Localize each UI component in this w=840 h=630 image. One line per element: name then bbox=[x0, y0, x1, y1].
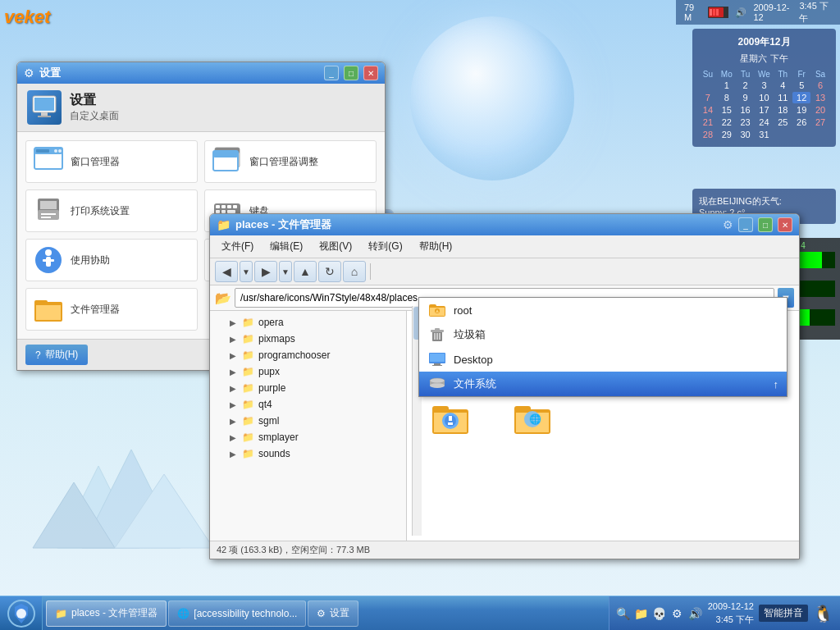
tray-icon-3[interactable]: 💀 bbox=[652, 606, 667, 621]
fm-dropdown-root[interactable]: root bbox=[419, 298, 787, 322]
fm-sidebar-item-qt4[interactable]: ▶ 📁 qt4 bbox=[210, 396, 406, 413]
cal-day: 30 bbox=[737, 129, 755, 140]
settings-item-wm[interactable]: 窗口管理器 bbox=[25, 140, 198, 183]
fm-sidebar-item-smplayer[interactable]: ▶ 📁 smplayer bbox=[210, 429, 406, 445]
fm-dropdown-trash[interactable]: 垃圾箱 bbox=[419, 322, 787, 347]
fm-menu-help[interactable]: 帮助(H) bbox=[413, 237, 459, 256]
close-button[interactable]: ✕ bbox=[363, 66, 378, 80]
fm-sidebar-item-pupx[interactable]: ▶ 📁 pupx bbox=[210, 363, 406, 380]
taskbar-settings-icon: ⚙ bbox=[317, 608, 326, 619]
svg-rect-11 bbox=[41, 112, 48, 116]
cal-header-fr: Fr bbox=[792, 70, 810, 79]
taskbar-tasks: 📁 places - 文件管理器 🌐 [accessibility techno… bbox=[43, 596, 609, 630]
time-display: 3:45 下午 bbox=[799, 0, 832, 25]
tray-icon-2[interactable]: 📁 bbox=[634, 606, 649, 621]
cal-day: 25 bbox=[774, 116, 792, 128]
cal-day: 26 bbox=[792, 116, 810, 128]
settings-item-assist[interactable]: 使用协助 bbox=[25, 239, 198, 281]
fm-sidebar-item-purple[interactable]: ▶ 📁 purple bbox=[210, 380, 406, 396]
cal-day: 21 bbox=[699, 116, 717, 128]
fm-window-icon: 📁 bbox=[217, 218, 231, 231]
cal-header-th: Th bbox=[774, 70, 792, 79]
fm-arrow-icon: ▶ bbox=[230, 318, 236, 327]
fm-folder-icon: 📁 bbox=[242, 448, 254, 459]
fm-file-item-5[interactable] bbox=[413, 395, 487, 444]
fm-sidebar-item-sounds[interactable]: ▶ 📁 sounds bbox=[210, 445, 406, 462]
calendar-widget: 2009年12月 星期六 下午 Su Mo Tu We Th Fr Sa 1 2… bbox=[692, 29, 836, 147]
taskbar-task-filemanager[interactable]: 📁 places - 文件管理器 bbox=[46, 600, 167, 627]
tray-icon-1[interactable]: 🔍 bbox=[616, 606, 631, 621]
svg-rect-29 bbox=[221, 205, 226, 208]
fm-toolbar-sep bbox=[370, 263, 371, 280]
fm-folder-icon: 📁 bbox=[242, 399, 254, 410]
taskbar-task-settings[interactable]: ⚙ 设置 bbox=[308, 600, 358, 627]
taskbar-settings-label: 设置 bbox=[330, 606, 349, 620]
fm-sidebar-item-programchooser[interactable]: ▶ 📁 programchooser bbox=[210, 347, 406, 363]
taskbar-start-button[interactable] bbox=[0, 596, 43, 631]
fm-maximize-button[interactable]: □ bbox=[758, 217, 773, 232]
fm-sidebar-item-opera[interactable]: ▶ 📁 opera bbox=[210, 314, 406, 331]
settings-item-print[interactable]: 打印系统设置 bbox=[25, 189, 198, 232]
fm-sidebar-purple-label: purple bbox=[258, 382, 285, 394]
fm-sidebar-item-sgml[interactable]: ▶ 📁 sgml bbox=[210, 413, 406, 429]
cal-day: 29 bbox=[718, 129, 736, 140]
fm-back-dropdown-button[interactable]: ▼ bbox=[240, 261, 253, 282]
svg-rect-97 bbox=[432, 365, 442, 366]
fm-folder-icon: 📁 bbox=[242, 431, 254, 443]
fm-sidebar-smplayer-label: smplayer bbox=[258, 431, 299, 443]
fm-folder-icon: 📁 bbox=[242, 333, 254, 345]
maximize-button[interactable]: □ bbox=[344, 66, 358, 80]
calendar-title: 2009年12月 bbox=[699, 35, 829, 49]
fm-arrow-icon: ▶ bbox=[230, 384, 236, 393]
fm-sidebar-item-pixmaps[interactable]: ▶ 📁 pixmaps bbox=[210, 331, 406, 347]
tray-icon-5[interactable]: 🔊 bbox=[688, 606, 703, 621]
svg-rect-30 bbox=[227, 205, 231, 208]
svg-point-100 bbox=[430, 383, 445, 388]
fm-menu-view[interactable]: 视图(V) bbox=[313, 237, 358, 256]
fm-forward-dropdown-button[interactable]: ▼ bbox=[279, 261, 292, 282]
fm-dropdown-filesystem[interactable]: 文件系统 ↑ bbox=[419, 372, 787, 396]
taskbar-task-browser[interactable]: 🌐 [accessibility technolo... bbox=[168, 600, 306, 627]
fm-minimize-button[interactable]: _ bbox=[738, 217, 753, 232]
cal-header-su: Su bbox=[699, 70, 717, 79]
settings-item-wm-adj-icon bbox=[212, 146, 243, 177]
help-button[interactable]: ? 帮助(H) bbox=[25, 345, 88, 365]
svg-rect-12 bbox=[38, 116, 51, 117]
cal-day: 17 bbox=[756, 104, 774, 116]
fm-file-item-6[interactable]: 🌐 bbox=[495, 395, 569, 444]
fm-home-button[interactable]: ⌂ bbox=[343, 261, 366, 282]
svg-rect-79 bbox=[514, 406, 531, 413]
fm-menu-goto[interactable]: 转到(G) bbox=[362, 237, 409, 256]
taskbar-ime[interactable]: 智能拼音 bbox=[759, 605, 808, 622]
cal-header-tu: Tu bbox=[737, 70, 755, 79]
svg-rect-31 bbox=[233, 205, 237, 208]
svg-rect-28 bbox=[216, 205, 220, 208]
fm-sidebar: ▶ 📁 opera ▶ 📁 pixmaps ▶ 📁 programchooser… bbox=[210, 311, 407, 541]
svg-rect-26 bbox=[41, 217, 51, 218]
memory-display: 79 M bbox=[684, 2, 701, 22]
taskbar-fm-icon: 📁 bbox=[55, 608, 67, 619]
cal-day: 31 bbox=[756, 129, 774, 140]
settings-item-wm-icon bbox=[33, 146, 64, 177]
settings-item-print-icon bbox=[33, 195, 64, 226]
fm-forward-button[interactable]: ▶ bbox=[254, 261, 277, 282]
fm-up-button[interactable]: ▲ bbox=[294, 261, 317, 282]
fm-titlebar: 📁 places - 文件管理器 ⚙ _ □ ✕ bbox=[210, 214, 799, 235]
fm-dropdown-desktop[interactable]: Desktop bbox=[419, 347, 787, 372]
settings-item-fm[interactable]: 文件管理器 bbox=[25, 288, 198, 331]
cal-day: 23 bbox=[737, 116, 755, 128]
fm-refresh-button[interactable]: ↻ bbox=[318, 261, 341, 282]
fm-close-button[interactable]: ✕ bbox=[778, 217, 792, 232]
fm-menu-edit[interactable]: 编辑(E) bbox=[263, 237, 309, 256]
fm-address-folder-icon: 📂 bbox=[215, 290, 231, 306]
settings-item-wm-adj-label: 窗口管理器调整 bbox=[249, 155, 318, 169]
fm-menu-file[interactable]: 文件(F) bbox=[215, 237, 260, 256]
settings-subtitle: 自定义桌面 bbox=[70, 109, 119, 123]
tray-icon-4[interactable]: ⚙ bbox=[670, 606, 685, 621]
taskbar-tray: 🔍 📁 💀 ⚙ 🔊 2009-12-12 3:45 下午 智能拼音 🐧 bbox=[609, 596, 840, 630]
taskbar-browser-icon: 🌐 bbox=[177, 608, 189, 619]
fm-back-button[interactable]: ◀ bbox=[215, 261, 238, 282]
cal-day: 7 bbox=[699, 92, 717, 103]
minimize-button[interactable]: _ bbox=[324, 66, 339, 80]
settings-item-wm-adj[interactable]: 窗口管理器调整 bbox=[204, 140, 377, 183]
